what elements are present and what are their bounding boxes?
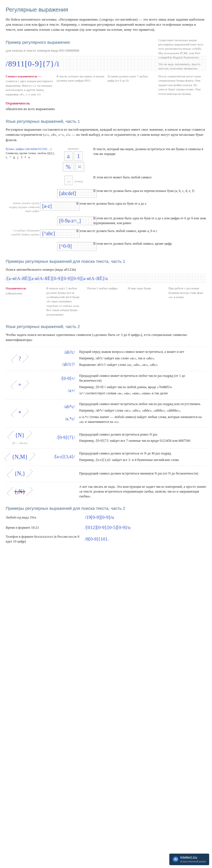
section-3-heading: Примеры регулярных выражений для поиска …: [6, 258, 206, 264]
lang-row-dot: . (точка) В этом месте может быть любой …: [6, 175, 206, 186]
carplate-annotations: Ограничитель(обязателен) В начале идут 2…: [6, 286, 206, 317]
section-5-heading: Примеры регулярных выражений для поиска …: [6, 505, 206, 511]
quantifier-row: */ab*c//a.*c/Предыдущий символ может вст…: [6, 399, 206, 424]
lang-row-charset: [abcdef] В этом месте должна быть одна и…: [6, 189, 206, 198]
page-title: Регулярные выражения: [6, 6, 206, 13]
example-row: Время в формате 18:23/[012][0-9]:[0-5][0…: [6, 524, 206, 531]
quantifier-row: {N,}Предыдущий символ должен встретиться…: [6, 466, 206, 478]
lang-row-mixed: [0-9a-z=_] В этом месте должна быть одна…: [6, 216, 206, 226]
section-2-heading: Язык регулярных выражений, часть 1: [6, 118, 206, 124]
carplate-regex: /[а-яёА-ЯЁ][а-яёА-ЯЁ][0-9][0-9][0-9][а-я…: [6, 274, 206, 283]
section-4-heading: Язык регулярных выражений, часть 2: [6, 323, 206, 330]
lang-row-negate-digits: [^0-9] В этом месте должен быть любой си…: [6, 241, 206, 251]
intro-text: Не бойся непонятного заголовка. «Регуляр…: [6, 17, 206, 32]
quantifier-row: {N,M}/[a-z]{3,4}/Предыдущий символ долже…: [6, 448, 206, 462]
regex-annotations: Символ-ограничитель —ставится с двух кон…: [6, 74, 206, 97]
carplate-subtitle: Поиск автомобильного номера (вида аб123в…: [6, 267, 206, 272]
lang-row-range: можно указать группу подряд идущих симво…: [6, 201, 206, 213]
quantifier-row: {,N}А вот так писать не надо. Эта констр…: [6, 482, 206, 498]
quantifier-row: ?/ab?c//ab?c?/Идущий перед знаком вопрос…: [6, 347, 206, 368]
quantifier-row: {N}(N — число)/[0-9]{7}/Предыдущий симво…: [6, 427, 206, 445]
section-2-intro: Регулярное выражение составляется из час…: [6, 127, 206, 143]
lang-row-negate: ^ в скобках обозначает «любой символ, кр…: [6, 229, 206, 239]
example-row: Любой год вида 19xx/19[0-9][0-9]/u: [6, 514, 206, 521]
quantifier-row: +/[0-9]+//a+/Предыдущий символ может вст…: [6, 371, 206, 396]
side-note: Существует несколько видов регулярных вы…: [158, 38, 206, 73]
delimiter-note: Ограничитель обязателен во всех выражени…: [6, 101, 206, 112]
section-4-intro: Чтобы задать поиск нескольких однотипных…: [6, 332, 206, 342]
example-row: Телефон в формате 8xxxxxxxxxx (в России …: [6, 534, 206, 544]
lang-row-literals: Буквы, цифры (abcdабвг012345…) Символы, …: [6, 147, 206, 172]
